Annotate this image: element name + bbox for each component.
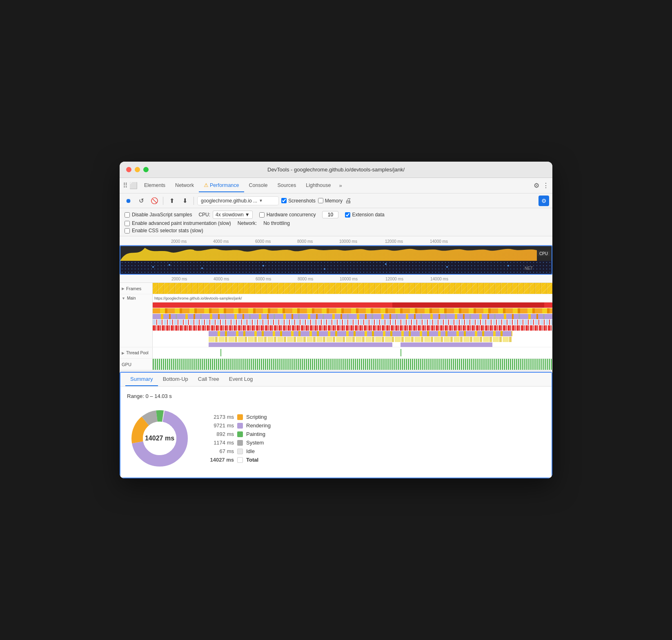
devtools-icon[interactable]: ⠿ <box>123 182 128 189</box>
svg-point-3 <box>263 265 264 267</box>
system-value: 1174 ms <box>205 440 234 446</box>
flame-row-3 <box>153 314 552 320</box>
gpu-content[interactable] <box>153 359 552 370</box>
tab-bar: ⠿ ⬜ Elements Network ⚠Performance Consol… <box>120 178 552 193</box>
gpu-label: GPU <box>120 359 153 370</box>
enable-css-checkbox[interactable] <box>125 228 130 233</box>
cpu-dropdown[interactable]: 4x slowdown ▼ <box>213 211 253 219</box>
thread-pool-marker-2 <box>401 349 401 356</box>
refresh-button[interactable]: ↺ <box>136 196 147 206</box>
extension-data-group: Extension data <box>345 212 384 218</box>
gpu-row: GPU <box>120 359 552 370</box>
tab-performance[interactable]: ⚠Performance <box>199 179 244 192</box>
cpu-badge: CPU <box>537 251 550 256</box>
flame-left-spacer <box>120 302 153 347</box>
enable-css-label[interactable]: Enable CSS selector stats (slow) <box>125 228 203 233</box>
tab-right-controls: ⚙ ⋮ <box>534 182 549 189</box>
extension-data-checkbox[interactable] <box>345 212 350 218</box>
minimize-button[interactable] <box>135 167 140 172</box>
clear-button[interactable]: 🚫 <box>149 196 160 206</box>
record-button[interactable]: ⏺ <box>123 196 134 206</box>
disable-js-label[interactable]: Disable JavaScript samples <box>125 212 192 218</box>
donut-center: 14027 ms <box>145 434 174 443</box>
tab-call-tree[interactable]: Call Tree <box>193 373 224 386</box>
frames-label: ▶ Frames <box>120 283 153 294</box>
scripting-color <box>237 414 243 420</box>
screenshots-label: Screenshots <box>288 198 316 204</box>
settings-blue-button[interactable]: ⚙ <box>538 196 549 206</box>
tab-network[interactable]: Network <box>170 179 199 192</box>
thread-pool-row: ▶ Thread Pool <box>120 347 552 359</box>
thread-pool-content[interactable] <box>153 347 552 358</box>
frames-content[interactable] <box>153 283 552 294</box>
main-thread-row: ▼ Main https://googlechrome.github.io/de… <box>120 294 552 347</box>
titlebar: DevTools - googlechrome.github.io/devtoo… <box>120 162 552 178</box>
bottom-panel: Summary Bottom-Up Call Tree Event Log Ra… <box>120 372 552 478</box>
painting-color <box>237 431 243 437</box>
download-button[interactable]: ⬇ <box>180 196 190 206</box>
url-bar[interactable]: googlechrome.github.io ... ▼ <box>197 196 279 205</box>
svg-text:NET: NET <box>525 266 533 271</box>
screenshots-checkbox[interactable] <box>281 198 287 203</box>
painting-label: Painting <box>246 431 265 437</box>
summary-body: 14027 ms 2173 ms Scripting 9721 ms Rende… <box>127 406 545 471</box>
main-thread-header: ▼ Main https://googlechrome.github.io/de… <box>120 294 552 302</box>
memory-checkbox[interactable] <box>318 198 323 203</box>
flame-row-7 <box>153 337 552 342</box>
rendering-value: 9721 ms <box>205 422 234 429</box>
total-color <box>237 457 243 463</box>
painting-value: 892 ms <box>205 431 234 437</box>
ruler-tick-2: 4000 ms <box>213 239 229 244</box>
idle-color <box>237 449 243 454</box>
settings-icon[interactable]: ⚙ <box>534 182 539 189</box>
enable-paint-label[interactable]: Enable advanced paint instrumentation (s… <box>125 220 231 226</box>
scripting-label: Scripting <box>246 414 267 420</box>
traffic-lights <box>126 167 149 172</box>
top-ruler: 2000 ms 4000 ms 6000 ms 8000 ms 10000 ms… <box>120 236 552 245</box>
timeline-ruler: 2000 ms 4000 ms 6000 ms 8000 ms 10000 ms… <box>120 275 552 283</box>
tab-more-button[interactable]: » <box>336 181 345 190</box>
rendering-label: Rendering <box>246 422 271 429</box>
hw-concurrency-label[interactable]: Hardware concurrency <box>259 212 316 218</box>
tab-sources[interactable]: Sources <box>272 179 301 192</box>
svg-point-5 <box>385 263 387 265</box>
svg-point-1 <box>169 264 170 266</box>
network-label: Network: <box>238 220 257 226</box>
disable-js-checkbox[interactable] <box>125 212 130 218</box>
enable-paint-checkbox[interactable] <box>125 221 130 226</box>
total-value: 14027 ms <box>205 457 234 463</box>
system-color <box>237 440 243 446</box>
flame-chart[interactable] <box>153 302 552 347</box>
upload-button[interactable]: ⬆ <box>167 196 177 206</box>
menu-icon[interactable]: ⋮ <box>543 182 549 189</box>
tab-lighthouse[interactable]: Lighthouse <box>301 179 336 192</box>
ruler-tick-4: 8000 ms <box>297 239 313 244</box>
cpu-label: CPU: <box>198 212 210 218</box>
svg-point-0 <box>152 266 154 268</box>
overview-panel[interactable]: CPU NET <box>120 245 552 275</box>
donut-chart: 14027 ms <box>127 406 192 471</box>
separator-2 <box>194 197 194 205</box>
tab-elements[interactable]: Elements <box>139 179 170 192</box>
flame-row-1 <box>153 302 552 308</box>
system-label: System <box>246 440 264 446</box>
hw-concurrency-checkbox[interactable] <box>259 212 265 218</box>
window-title: DevTools - googlechrome.github.io/devtoo… <box>267 167 405 173</box>
svg-point-4 <box>324 268 325 270</box>
thread-pool-label: ▶ Thread Pool <box>120 347 153 358</box>
dock-icon[interactable]: ⬜ <box>129 182 138 189</box>
settings-row-3: Enable CSS selector stats (slow) <box>125 228 547 233</box>
warning-icon: ⚠ <box>204 182 209 188</box>
timeline-area: 2000 ms 4000 ms 6000 ms 8000 ms 10000 ms… <box>120 275 552 370</box>
maximize-button[interactable] <box>143 167 149 172</box>
tab-console[interactable]: Console <box>244 179 273 192</box>
url-chevron: ▼ <box>259 198 263 203</box>
settings-bar: Disable JavaScript samples CPU: 4x slowd… <box>120 208 552 236</box>
flame-row-8 <box>153 342 552 347</box>
tab-event-log[interactable]: Event Log <box>224 373 258 386</box>
close-button[interactable] <box>126 167 131 172</box>
hw-concurrency-input[interactable]: 10 <box>322 211 338 218</box>
tab-bottom-up[interactable]: Bottom-Up <box>158 373 193 386</box>
main-label: ▼ Main <box>120 294 153 302</box>
tab-summary[interactable]: Summary <box>125 373 158 386</box>
